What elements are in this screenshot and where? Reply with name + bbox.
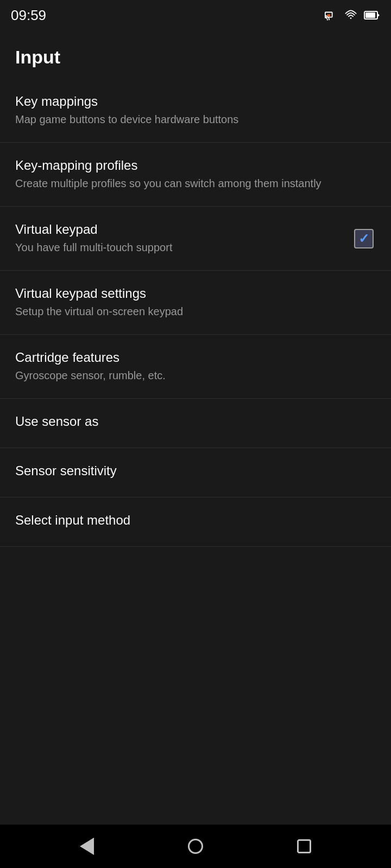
status-icons <box>323 9 380 21</box>
settings-item-title: Virtual keypad <box>15 222 352 237</box>
settings-item-virtual-keypad-settings[interactable]: Virtual keypad settings Setup the virtua… <box>0 271 391 335</box>
settings-item-virtual-keypad[interactable]: Virtual keypad You have full multi-touch… <box>0 207 391 271</box>
nav-back-button[interactable] <box>71 830 103 863</box>
battery-icon <box>364 10 380 20</box>
wifi-icon <box>343 9 358 21</box>
settings-item-content: Sensor sensitivity <box>15 463 376 482</box>
virtual-keypad-checkbox[interactable]: ✓ <box>354 229 374 248</box>
settings-item-content: Select input method <box>15 513 376 531</box>
checkmark-icon: ✓ <box>358 232 369 245</box>
settings-item-content: Key mappings Map game buttons to device … <box>15 94 376 127</box>
settings-item-title: Sensor sensitivity <box>15 463 376 478</box>
nav-home-button[interactable] <box>179 830 212 863</box>
settings-item-title: Cartridge features <box>15 350 376 365</box>
settings-item-content: Cartridge features Gyroscope sensor, rum… <box>15 350 376 383</box>
recents-icon <box>297 839 311 853</box>
settings-item-subtitle: Map game buttons to device hardware butt… <box>15 112 376 127</box>
settings-item-title: Use sensor as <box>15 414 376 429</box>
settings-item-subtitle: Create multiple profiles so you can swit… <box>15 176 376 191</box>
settings-item-sensor-sensitivity[interactable]: Sensor sensitivity <box>0 448 391 497</box>
settings-item-title: Select input method <box>15 513 376 528</box>
settings-item-subtitle: Setup the virtual on-screen keypad <box>15 304 376 319</box>
back-icon <box>80 838 94 855</box>
page-title: Input <box>0 30 391 79</box>
settings-item-content: Virtual keypad settings Setup the virtua… <box>15 286 376 319</box>
settings-item-use-sensor-as[interactable]: Use sensor as <box>0 399 391 448</box>
settings-item-content: Key-mapping profiles Create multiple pro… <box>15 158 376 191</box>
settings-item-subtitle: You have full multi-touch support <box>15 240 352 255</box>
settings-item-key-mapping-profiles[interactable]: Key-mapping profiles Create multiple pro… <box>0 143 391 207</box>
svg-rect-4 <box>365 12 375 18</box>
status-bar: 09:59 <box>0 0 391 30</box>
settings-item-select-input-method[interactable]: Select input method <box>0 497 391 547</box>
nav-recents-button[interactable] <box>288 830 320 863</box>
settings-item-content: Virtual keypad You have full multi-touch… <box>15 222 352 255</box>
svg-point-2 <box>350 17 352 19</box>
settings-item-cartridge-features[interactable]: Cartridge features Gyroscope sensor, rum… <box>0 335 391 399</box>
virtual-keypad-checkbox-container: ✓ <box>352 227 376 251</box>
status-time: 09:59 <box>11 7 46 24</box>
settings-list: Key mappings Map game buttons to device … <box>0 79 391 825</box>
settings-item-subtitle: Gyroscope sensor, rumble, etc. <box>15 368 376 383</box>
svg-rect-1 <box>327 14 331 17</box>
settings-item-title: Key mappings <box>15 94 376 109</box>
settings-item-title: Key-mapping profiles <box>15 158 376 173</box>
settings-item-key-mappings[interactable]: Key mappings Map game buttons to device … <box>0 79 391 143</box>
bottom-nav <box>0 825 391 868</box>
settings-item-title: Virtual keypad settings <box>15 286 376 301</box>
home-icon <box>188 839 203 854</box>
cast-icon <box>323 9 338 21</box>
settings-item-content: Use sensor as <box>15 414 376 432</box>
